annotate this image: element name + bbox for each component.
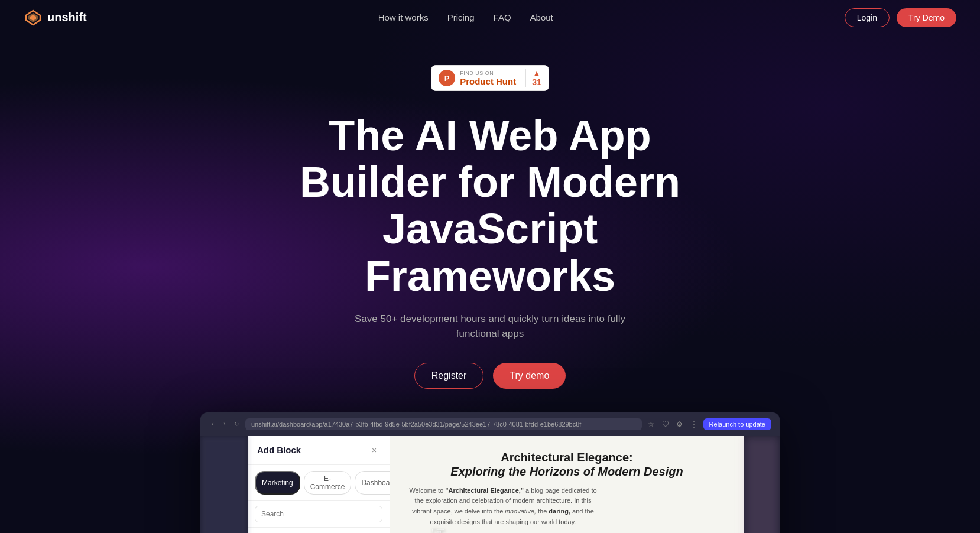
nav-actions: Login Try Demo — [845, 8, 956, 27]
browser-forward-button[interactable]: › — [220, 420, 229, 428]
block-item-all[interactable]: All Blocks 57 — [248, 528, 390, 533]
browser-screenshot: ‹ › ↻ unshift.ai/dashboard/app/a17430a7-… — [200, 412, 780, 533]
hero-actions: Register Try demo — [414, 363, 566, 389]
panel-close-button[interactable]: × — [368, 444, 380, 456]
panel-title: Add Block — [257, 445, 301, 455]
hero-section: P FIND US ON Product Hunt ▲ 31 The AI We… — [0, 35, 980, 533]
preview-area: Architectural Elegance: Exploring the Ho… — [390, 436, 744, 533]
add-block-panel: Add Block × Marketing E-Commerce Dashboa… — [248, 436, 390, 533]
product-hunt-find-us: FIND US ON — [460, 70, 494, 76]
upvote-count: 31 — [532, 77, 541, 87]
try-demo-nav-button[interactable]: Try Demo — [897, 8, 956, 27]
nav-link-pricing[interactable]: Pricing — [447, 12, 475, 22]
logo-icon — [24, 8, 43, 27]
browser-bar: ‹ › ↻ unshift.ai/dashboard/app/a17430a7-… — [200, 412, 780, 436]
panel-header: Add Block × — [248, 436, 390, 465]
preview-body-text: Welcome to "Architectural Elegance," a b… — [409, 487, 596, 525]
panel-search-input[interactable] — [255, 506, 382, 522]
upvote-arrow-icon: ▲ — [533, 69, 541, 77]
right-blur — [744, 436, 780, 533]
product-hunt-name: Product Hunt — [460, 76, 516, 86]
hero-subtitle: Save 50+ development hours and quickly t… — [342, 311, 638, 342]
block-list: All Blocks 57 Blog 4 Call to Action 5 — [248, 528, 390, 533]
browser-refresh-button[interactable]: ↻ — [232, 420, 241, 428]
preview-title-line1: Architectural Elegance: — [501, 451, 632, 464]
browser-icons-right: ☆ 🛡 ⚙ ⋮ Relaunch to update — [647, 418, 771, 430]
tab-ecommerce[interactable]: E-Commerce — [304, 471, 352, 495]
browser-back-button[interactable]: ‹ — [209, 420, 217, 428]
nav-link-how-it-works[interactable]: How it works — [378, 12, 429, 22]
product-hunt-logo: P — [439, 70, 455, 86]
register-button[interactable]: Register — [414, 363, 484, 389]
shield-icon: 🛡 — [661, 420, 670, 429]
nav-links: How it works Pricing FAQ About — [378, 12, 553, 22]
logo[interactable]: unshift — [24, 8, 87, 27]
panel-search — [248, 501, 390, 528]
relaunch-button[interactable]: Relaunch to update — [703, 418, 771, 430]
preview-title: Architectural Elegance: Exploring the Ho… — [408, 450, 725, 479]
star-icon[interactable]: ☆ — [647, 420, 656, 429]
navbar: unshift How it works Pricing FAQ About L… — [0, 0, 980, 35]
hero-title: The AI Web App Builder for Modern JavaSc… — [265, 112, 715, 300]
product-hunt-badge[interactable]: P FIND US ON Product Hunt ▲ 31 — [431, 65, 549, 91]
cursor-icon: ☞ — [431, 523, 446, 533]
address-bar-url: unshift.ai/dashboard/app/a17430a7-b3fb-4… — [251, 421, 581, 428]
product-hunt-upvote: ▲ 31 — [525, 69, 541, 87]
nav-link-faq[interactable]: FAQ — [494, 12, 511, 22]
browser-content: Add Block × Marketing E-Commerce Dashboa… — [200, 436, 780, 533]
extension-icon[interactable]: ⚙ — [675, 420, 684, 429]
preview-title-line2: Exploring the Horizons of Modern Design — [450, 465, 683, 478]
tab-marketing[interactable]: Marketing — [255, 471, 300, 495]
browser-nav-buttons: ‹ › ↻ — [209, 420, 241, 428]
preview-body: Welcome to "Architectural Elegance," a b… — [408, 486, 598, 527]
address-bar[interactable]: unshift.ai/dashboard/app/a17430a7-b3fb-4… — [245, 418, 642, 430]
nav-link-about[interactable]: About — [530, 12, 553, 22]
logo-text: unshift — [47, 11, 87, 24]
login-button[interactable]: Login — [845, 8, 890, 27]
product-hunt-text-group: FIND US ON Product Hunt — [460, 70, 516, 86]
sidebar-blur — [200, 436, 248, 533]
tab-dashboard[interactable]: Dashboard — [355, 471, 390, 495]
try-demo-button[interactable]: Try demo — [493, 363, 566, 389]
menu-icon[interactable]: ⋮ — [689, 420, 699, 429]
panel-tabs: Marketing E-Commerce Dashboard — [248, 465, 390, 501]
